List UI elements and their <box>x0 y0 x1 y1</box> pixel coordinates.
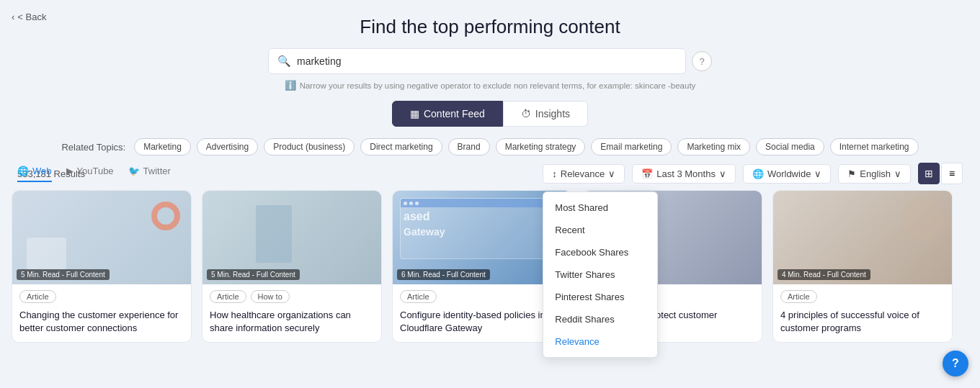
topic-chip[interactable]: Email marketing <box>591 138 672 155</box>
flag-icon: ⚑ <box>847 168 856 179</box>
help-icon: ? <box>699 56 704 67</box>
help-bubble[interactable]: ? <box>943 351 968 376</box>
read-time-badge: 5 Min. Read - Full Content <box>207 269 300 280</box>
related-topics: Related Topics: Marketing Advertising Pr… <box>0 138 980 155</box>
list-icon: ≡ <box>949 168 955 179</box>
card-title: How healthcare organizations can share i… <box>202 306 381 342</box>
topic-chip[interactable]: Social media <box>756 138 824 155</box>
source-tab-twitter[interactable]: 🐦 Twitter <box>128 166 171 182</box>
relevance-dropdown: Most Shared Recent Facebook Shares Twitt… <box>543 191 658 358</box>
card-tag[interactable]: Article <box>210 290 246 303</box>
globe-icon: 🌐 <box>752 168 764 179</box>
date-filter-button[interactable]: 📅 Last 3 Months ∨ <box>632 164 736 184</box>
relevance-filter-button[interactable]: ↕ Relevance ∨ <box>543 164 625 184</box>
dropdown-relevance[interactable]: Relevance <box>543 330 657 353</box>
relevance-filter-wrapper: ↕ Relevance ∨ Most Shared Recent Faceboo… <box>543 164 625 184</box>
chevron-down-icon: ∨ <box>894 168 901 179</box>
content-card[interactable]: 5 Min. Read - Full Content Article How t… <box>202 190 382 343</box>
topic-chip[interactable]: Internet marketing <box>830 138 919 155</box>
read-time-badge: 4 Min. Read - Full Content <box>778 269 870 280</box>
main-tabs: ▦ Content Feed ⏱ Insights <box>0 101 980 127</box>
card-tag[interactable]: Article <box>19 290 56 303</box>
read-time-badge: 5 Min. Read - Full Content <box>17 269 110 280</box>
location-filter-button[interactable]: 🌐 Worldwide ∨ <box>743 164 831 184</box>
chevron-down-icon: ∨ <box>814 168 821 179</box>
relevance-label: Relevance <box>561 168 605 179</box>
topic-chip[interactable]: Advertising <box>197 138 258 155</box>
location-label: Worldwide <box>767 168 811 179</box>
dropdown-twitter-shares[interactable]: Twitter Shares <box>543 263 657 286</box>
view-toggle: ⊞ ≡ <box>918 163 963 184</box>
info-icon: ℹ️ <box>285 80 296 91</box>
search-container: 🔍 ? <box>0 48 980 74</box>
youtube-icon: ▶ <box>66 166 74 176</box>
card-title: Changing the customer experience for bet… <box>12 306 191 342</box>
language-label: English <box>860 168 891 179</box>
grid-view-button[interactable]: ⊞ <box>918 163 940 184</box>
cards-row: 5 Min. Read - Full Content Article Chang… <box>0 190 980 343</box>
card-image: 4 Min. Read - Full Content <box>773 191 952 284</box>
source-tabs: 🌐 Web ▶ YouTube 🐦 Twitter <box>17 166 171 182</box>
card-tags: Article How to <box>202 284 381 306</box>
source-tab-youtube[interactable]: ▶ YouTube <box>66 166 114 182</box>
tab-insights[interactable]: ⏱ Insights <box>503 101 588 127</box>
chevron-down-icon: ∨ <box>719 168 726 179</box>
topic-chip[interactable]: Brand <box>448 138 490 155</box>
dropdown-most-shared[interactable]: Most Shared <box>543 197 657 219</box>
relevance-arrow-icon: ↕ <box>552 168 557 179</box>
dropdown-recent[interactable]: Recent <box>543 219 657 241</box>
content-card[interactable]: 4 Min. Read - Full Content Article 4 pri… <box>772 190 953 343</box>
insights-icon: ⏱ <box>521 108 531 119</box>
topic-chip[interactable]: Direct marketing <box>360 138 442 155</box>
filter-bar: 🌐 Web ▶ YouTube 🐦 Twitter 533,181 Result… <box>0 155 980 190</box>
card-title: 4 principles of successful voice of cust… <box>773 306 952 342</box>
search-box: 🔍 <box>268 48 686 74</box>
page-title: Find the top performing content <box>0 0 980 38</box>
read-time-badge: 6 Min. Read - Full Content <box>397 269 490 280</box>
topic-chip[interactable]: Marketing strategy <box>496 138 586 155</box>
back-label: < Back <box>17 12 46 22</box>
chevron-down-icon: ∨ <box>608 168 615 179</box>
card-image: 5 Min. Read - Full Content <box>12 191 191 284</box>
web-globe-icon: 🌐 <box>17 166 29 176</box>
help-button[interactable]: ? <box>692 51 712 71</box>
card-tag[interactable]: Article <box>780 290 817 303</box>
search-input[interactable] <box>297 55 677 67</box>
card-image: 5 Min. Read - Full Content <box>202 191 381 284</box>
list-view-button[interactable]: ≡ <box>941 163 963 184</box>
source-tab-web[interactable]: 🌐 Web <box>17 166 52 182</box>
search-hint: ℹ️ Narrow your results by using negative… <box>0 80 980 91</box>
calendar-icon: 📅 <box>641 168 653 179</box>
back-button[interactable]: ‹ < Back <box>12 12 46 22</box>
dropdown-reddit-shares[interactable]: Reddit Shares <box>543 308 657 330</box>
dropdown-facebook-shares[interactable]: Facebook Shares <box>543 241 657 263</box>
topic-chip[interactable]: Product (business) <box>264 138 355 155</box>
topic-chip[interactable]: Marketing mix <box>677 138 750 155</box>
date-label: Last 3 Months <box>656 168 716 179</box>
related-topics-label: Related Topics: <box>61 142 125 153</box>
twitter-icon: 🐦 <box>128 166 140 176</box>
topic-chip[interactable]: Marketing <box>134 138 191 155</box>
dropdown-pinterest-shares[interactable]: Pinterest Shares <box>543 286 657 308</box>
grid-icon: ⊞ <box>925 168 933 179</box>
card-tags: Article <box>12 284 191 306</box>
card-tag[interactable]: Article <box>400 290 437 303</box>
card-tag[interactable]: How to <box>251 290 290 303</box>
language-filter-button[interactable]: ⚑ English ∨ <box>838 164 911 184</box>
back-icon: ‹ <box>12 12 14 22</box>
content-card[interactable]: 5 Min. Read - Full Content Article Chang… <box>12 190 192 343</box>
tab-content-feed[interactable]: ▦ Content Feed <box>392 101 503 127</box>
search-icon: 🔍 <box>277 55 291 68</box>
content-feed-icon: ▦ <box>410 108 419 119</box>
card-tags: Article <box>773 284 952 306</box>
